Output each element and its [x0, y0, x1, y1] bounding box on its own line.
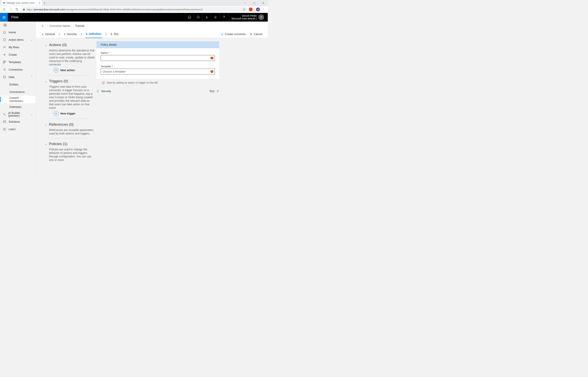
maximize-button[interactable]: ▢	[250, 0, 259, 6]
divider	[48, 138, 89, 138]
sidebar-item-entities[interactable]: Entities	[0, 81, 35, 88]
sidebar-label: Solutions	[9, 120, 20, 123]
chevron-down-icon: ⌄	[31, 113, 33, 116]
star-icon[interactable]	[243, 8, 246, 11]
actions-description: Actions determine the operations that us…	[49, 49, 95, 66]
sidebar-item-action-items[interactable]: Action items ⌄	[0, 36, 35, 44]
sidebar-label: AI Builder (preview)	[8, 112, 28, 117]
steps-bar: 1. General ❯ 2. Security ❯ 3. Definition…	[36, 30, 268, 38]
favicon	[3, 1, 5, 4]
prev-step-link[interactable]: Security	[96, 90, 111, 93]
sidebar-item-home[interactable]: Home	[0, 29, 35, 36]
back-arrow-button[interactable]	[41, 24, 44, 27]
svg-rect-14	[3, 121, 6, 123]
url-text: https://preview.flow.microsoft.com/manag…	[27, 8, 241, 11]
download-button[interactable]	[202, 13, 211, 22]
tab-close-icon[interactable]: ×	[39, 1, 40, 4]
back-button[interactable]	[1, 7, 7, 12]
new-trigger-button[interactable]: ＋New trigger	[54, 111, 95, 116]
feedback-button[interactable]	[185, 13, 194, 22]
sidebar-item-ai-builder[interactable]: AI Builder (preview) ⌄	[0, 111, 35, 118]
step-definition[interactable]: 3. Definition	[85, 30, 102, 38]
svg-point-12	[3, 113, 4, 114]
policy-panel-header: Policy details	[96, 41, 219, 48]
new-action-button[interactable]: ＋New action	[54, 68, 95, 72]
plus-circle-icon: ＋	[54, 111, 58, 116]
browser-menu-button[interactable]: ⋮	[261, 7, 266, 12]
arrow-right-icon	[216, 90, 219, 93]
sidebar-item-data[interactable]: Data ⌃	[0, 73, 35, 81]
chevron-down-icon: ⌄	[45, 80, 48, 83]
step-test[interactable]: 4. Test	[110, 30, 119, 38]
close-window-button[interactable]: ✕	[259, 0, 268, 6]
tab-bar: Manage your custom connectors × + ─ ▢ ✕	[0, 0, 268, 6]
sidebar-item-learn[interactable]: Learn	[0, 126, 35, 133]
actions-section-header[interactable]: ⌄Actions (0)	[49, 43, 95, 47]
home-icon	[3, 31, 6, 34]
chevron-up-icon: ⌃	[31, 76, 33, 78]
browser-chrome: Manage your custom connectors × + ─ ▢ ✕ …	[0, 0, 268, 13]
svg-point-2	[189, 17, 189, 17]
svg-point-3	[190, 17, 190, 17]
sidebar-label: Data	[9, 75, 14, 79]
sidebar-label: Entities	[9, 83, 18, 86]
sidebar-item-solutions[interactable]: Solutions	[0, 118, 35, 126]
hamburger-button[interactable]	[0, 22, 35, 29]
reload-button[interactable]	[14, 7, 20, 12]
sidebar-item-custom-connectors[interactable]: Custom connectors	[0, 96, 35, 103]
policy-panel: Policy details Name * ! Template * Choos…	[96, 41, 219, 172]
svg-rect-7	[4, 38, 5, 39]
info-icon	[102, 81, 105, 84]
settings-button[interactable]	[211, 13, 219, 22]
sidebar-item-connectors[interactable]: Connectors	[0, 66, 35, 73]
forward-button[interactable]	[8, 7, 13, 12]
sidebar-item-my-flows[interactable]: My flows	[0, 44, 35, 51]
definition-sidebar: ⌄Actions (0) Actions determine the opera…	[36, 41, 96, 172]
triggers-section-header[interactable]: ⌄Triggers (0)	[49, 79, 95, 83]
sidebar-item-gateways[interactable]: Gateways	[0, 103, 35, 111]
user-menu[interactable]: Denzel Pfeifer Microsoft (new default) (	[228, 13, 266, 22]
lock-icon	[23, 8, 25, 11]
check-icon	[220, 33, 224, 36]
app-header: Flow ? Denzel Pfeifer Microsoft (new def…	[0, 13, 268, 22]
url-field[interactable]: https://preview.flow.microsoft.com/manag…	[20, 7, 248, 12]
minimize-button[interactable]: ─	[241, 0, 250, 6]
plus-icon	[3, 53, 6, 56]
next-step-link[interactable]: Test	[209, 90, 219, 93]
name-input[interactable]	[101, 55, 215, 61]
sidebar: Home Action items ⌄ My flows Create Temp…	[0, 22, 36, 172]
step-security[interactable]: 2. Security	[63, 30, 77, 38]
app-launcher-button[interactable]	[0, 13, 8, 22]
connector-header: Connector Name Tutorial	[36, 22, 268, 30]
sidebar-item-templates[interactable]: Templates	[0, 59, 35, 66]
template-select[interactable]: Choose a template	[101, 69, 215, 74]
waffle-icon	[3, 16, 5, 19]
cancel-button[interactable]: Cancel	[250, 33, 262, 36]
content: Connector Name Tutorial 1. General ❯ 2. …	[36, 22, 268, 172]
hint-bar: Start by adding an action or trigger on …	[96, 79, 219, 86]
svg-rect-10	[3, 62, 4, 63]
create-connector-button[interactable]: Create connector	[220, 33, 246, 36]
sidebar-label: Connectors	[9, 68, 23, 71]
browser-tab[interactable]: Manage your custom connectors ×	[1, 0, 42, 6]
notifications-button[interactable]	[194, 13, 202, 22]
chevron-right-icon: ❯	[58, 33, 60, 35]
policies-section-header[interactable]: ⌄Policies (1)	[49, 142, 95, 146]
data-icon	[3, 75, 6, 79]
references-section-header[interactable]: ⌄References (0)	[49, 122, 95, 127]
extension-badge[interactable]	[249, 7, 253, 11]
tenant-name: Microsoft (new default) (	[231, 17, 257, 20]
new-tab-button[interactable]: +	[42, 1, 47, 5]
step-general[interactable]: 1. General	[41, 30, 56, 38]
sidebar-item-create[interactable]: Create	[0, 51, 35, 59]
template-icon	[3, 60, 6, 64]
svg-point-13	[4, 115, 5, 115]
connector-name-value: Tutorial	[75, 24, 84, 27]
app-name[interactable]: Flow	[11, 15, 18, 19]
flow-icon	[3, 46, 6, 49]
profile-avatar[interactable]: d	[256, 7, 260, 11]
help-button[interactable]: ?	[219, 13, 228, 22]
svg-rect-0	[23, 9, 25, 10]
address-bar: https://preview.flow.microsoft.com/manag…	[0, 6, 268, 13]
sidebar-item-connections[interactable]: Connections	[0, 88, 35, 96]
